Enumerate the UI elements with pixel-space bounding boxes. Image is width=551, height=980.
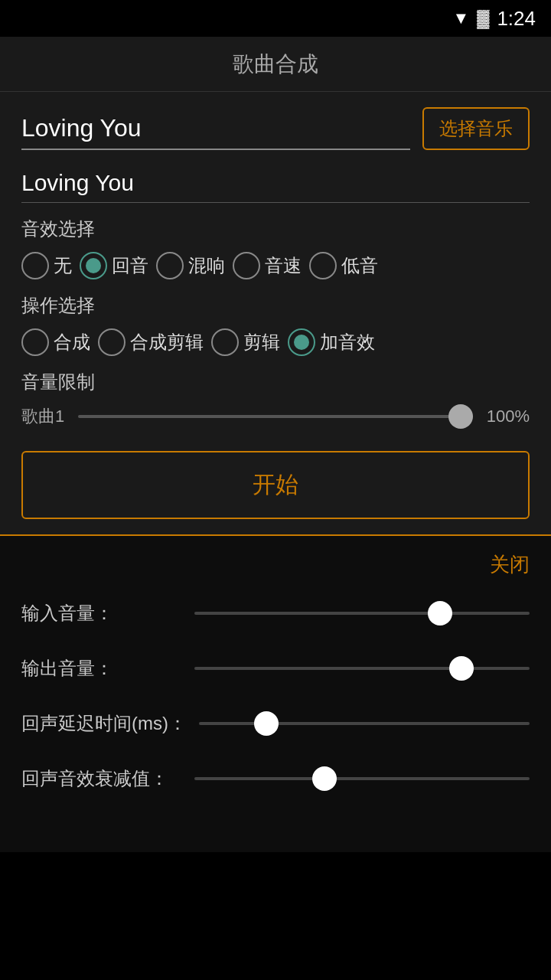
radio-circle-speed <box>233 252 260 279</box>
echo-decay-row: 回声音效衰减值： <box>21 766 530 791</box>
radio-clip[interactable]: 剪辑 <box>211 328 280 356</box>
radio-label-speed: 音速 <box>265 253 302 278</box>
radio-circle-reverb <box>156 252 184 279</box>
song-input-row: 选择音乐 <box>21 107 530 150</box>
output-volume-label: 输出音量： <box>21 656 182 681</box>
echo-delay-row: 回声延迟时间(ms)： <box>21 711 530 736</box>
radio-echo[interactable]: 回音 <box>80 252 148 279</box>
radio-speed[interactable]: 音速 <box>233 252 302 279</box>
operations-label: 操作选择 <box>21 293 530 318</box>
sound-effects-group: 无 回音 混响 音速 低音 <box>21 252 530 279</box>
radio-label-clip: 剪辑 <box>243 330 280 354</box>
volume-limit-label: 音量限制 <box>21 370 530 394</box>
radio-circle-clip <box>211 328 239 356</box>
track1-value: 100% <box>484 407 530 426</box>
echo-decay-label: 回声音效衰减值： <box>21 766 182 791</box>
echo-delay-slider[interactable] <box>199 722 530 725</box>
status-icons: ▼ ▓ 1:24 <box>453 7 536 31</box>
song-name-display: Loving You <box>21 156 530 203</box>
close-button[interactable]: 关闭 <box>490 551 530 578</box>
effects-panel: 关闭 输入音量： 输出音量： 回声延迟时间(ms)： 回声音效衰减值： <box>0 534 551 852</box>
radio-add-effect[interactable]: 加音效 <box>288 328 375 356</box>
status-bar: ▼ ▓ 1:24 <box>0 0 551 37</box>
status-time: 1:24 <box>497 7 536 31</box>
select-music-button[interactable]: 选择音乐 <box>422 107 530 150</box>
page-title: 歌曲合成 <box>233 50 318 79</box>
input-volume-row: 输入音量： <box>21 601 530 626</box>
track1-slider-row: 歌曲1 100% <box>21 405 530 428</box>
start-button[interactable]: 开始 <box>21 451 530 519</box>
radio-label-reverb: 混响 <box>188 253 225 278</box>
wifi-icon: ▼ <box>453 8 470 28</box>
echo-decay-slider[interactable] <box>194 777 530 780</box>
sound-effects-label: 音效选择 <box>21 217 530 241</box>
volume-section: 音量限制 歌曲1 100% <box>21 370 530 428</box>
radio-synthesize[interactable]: 合成 <box>21 328 90 356</box>
main-content: 选择音乐 Loving You 音效选择 无 回音 混响 音速 低音 <box>0 92 551 534</box>
echo-delay-label: 回声延迟时间(ms)： <box>21 711 187 736</box>
radio-label-bass: 低音 <box>341 253 378 278</box>
input-volume-slider[interactable] <box>194 612 530 615</box>
operations-group: 合成 合成剪辑 剪辑 加音效 <box>21 328 530 356</box>
radio-none[interactable]: 无 <box>21 252 72 279</box>
radio-label-synthesize: 合成 <box>54 330 90 354</box>
radio-circle-echo <box>80 252 107 279</box>
input-volume-label: 输入音量： <box>21 601 182 626</box>
radio-circle-synthesize <box>21 328 49 356</box>
radio-circle-synth-clip <box>98 328 126 356</box>
track1-label: 歌曲1 <box>21 405 67 428</box>
radio-label-add-effect: 加音效 <box>320 330 375 354</box>
radio-circle-add-effect <box>288 328 315 356</box>
radio-label-none: 无 <box>54 253 72 278</box>
track1-volume-slider[interactable] <box>78 415 473 418</box>
radio-reverb[interactable]: 混响 <box>156 252 225 279</box>
output-volume-row: 输出音量： <box>21 656 530 681</box>
radio-circle-bass <box>309 252 337 279</box>
radio-label-synth-clip: 合成剪辑 <box>130 330 204 354</box>
radio-label-echo: 回音 <box>112 253 148 278</box>
close-row: 关闭 <box>21 551 530 578</box>
battery-icon: ▓ <box>477 8 489 28</box>
radio-circle-none <box>21 252 49 279</box>
song-input[interactable] <box>21 108 410 150</box>
radio-synth-clip[interactable]: 合成剪辑 <box>98 328 204 356</box>
title-bar: 歌曲合成 <box>0 37 551 92</box>
output-volume-slider[interactable] <box>194 667 530 670</box>
radio-bass[interactable]: 低音 <box>309 252 378 279</box>
